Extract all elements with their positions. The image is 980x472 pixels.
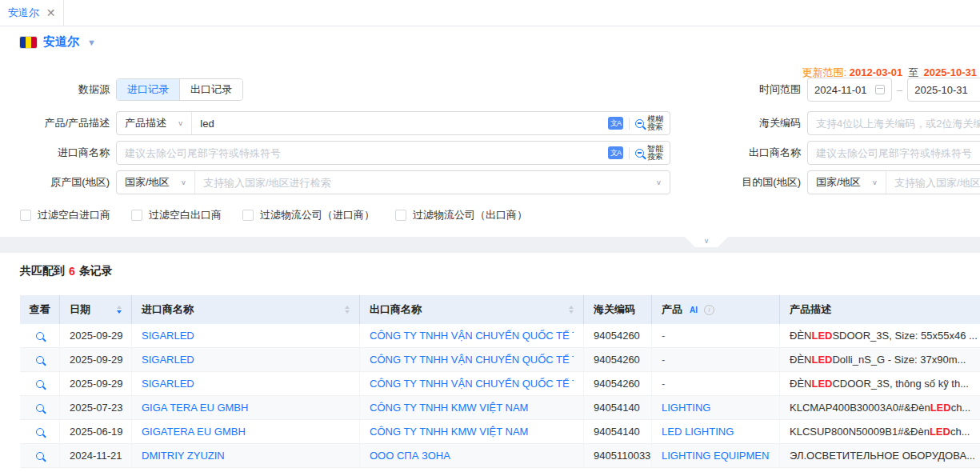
view-detail-icon[interactable] xyxy=(36,452,44,460)
importer-name-input[interactable] xyxy=(117,142,608,164)
exporter-link[interactable]: ООО СПА ЗОНА xyxy=(370,450,450,462)
filter-blank-importer[interactable]: 过滤空白进口商 xyxy=(20,208,110,222)
table-header: 查看 日期 进口商名称 出口商名称 海关编码 产品 xyxy=(20,295,980,324)
view-detail-icon[interactable] xyxy=(36,428,44,436)
row-date: 2025-09-29 xyxy=(60,372,132,395)
row-hs-code: 94054260 xyxy=(584,348,652,371)
row-description: ĐÈN LED Dolli_nS_G - Size: 37x90m... xyxy=(780,348,980,371)
hs-code-input[interactable] xyxy=(808,112,980,134)
importer-link[interactable]: GIGATERA EU GMBH xyxy=(142,426,246,438)
country-header: 安道尔 ▼ xyxy=(0,26,980,58)
translate-icon[interactable] xyxy=(608,146,623,159)
origin-country-input[interactable] xyxy=(195,171,656,194)
importer-link[interactable]: SIGARLED xyxy=(142,354,194,366)
filter-logistics-importer[interactable]: 过滤物流公司（进口商） xyxy=(242,208,374,222)
table-row: 2025-09-29 SIGARLED CÔNG TY TNHH VẬN CHU… xyxy=(20,324,980,348)
calendar-icon xyxy=(875,85,885,94)
view-detail-icon[interactable] xyxy=(36,332,44,340)
exporter-name-input[interactable] xyxy=(808,142,980,164)
update-range-end: 2025-10-31 xyxy=(924,66,978,78)
row-hs-code: 94054140 xyxy=(584,420,652,443)
ai-badge: AI xyxy=(687,305,700,315)
tab-title: 安道尔 xyxy=(8,6,39,20)
chevron-down-icon[interactable]: ▼ xyxy=(87,38,96,47)
update-range-label: 更新范围: xyxy=(802,66,847,78)
divider-strip: ∨ xyxy=(0,237,980,253)
country-title[interactable]: 安道尔 xyxy=(43,34,79,50)
destination-country-input[interactable] xyxy=(886,171,980,194)
collapse-form-handle[interactable]: ∨ xyxy=(685,237,728,247)
row-product-link[interactable]: LIGHTING xyxy=(662,402,710,414)
column-header-view: 查看 xyxy=(20,295,60,324)
view-detail-icon[interactable] xyxy=(36,380,44,388)
exporter-link[interactable]: CÔNG TY TNHH VẬN CHUYỂN QUỐC TẾ TI... xyxy=(370,354,574,366)
search-icon xyxy=(635,149,644,158)
fuzzy-search-button[interactable]: 模糊 搜索 xyxy=(635,115,670,131)
close-icon[interactable]: ✕ xyxy=(46,7,56,18)
results-panel: 共匹配到 6 条记录 查看 日期 进口商名称 出口商名称 xyxy=(0,253,980,456)
checkbox-icon[interactable] xyxy=(242,210,254,221)
product-search-input[interactable] xyxy=(192,112,608,134)
exporter-link[interactable]: CÔNG TY TNHH VẬN CHUYỂN QUỐC TẾ TI... xyxy=(370,378,574,390)
column-header-date[interactable]: 日期 xyxy=(60,295,132,324)
search-icon xyxy=(635,119,644,128)
row-product: - xyxy=(662,330,665,342)
andorra-flag-icon xyxy=(20,37,37,48)
translate-icon[interactable] xyxy=(608,117,623,130)
row-product-link[interactable]: LIGHTING EQUIPMENT xyxy=(662,450,770,462)
importer-link[interactable]: GIGA TERA EU GMBH xyxy=(142,402,248,414)
filter-blank-exporter[interactable]: 过滤空白出口商 xyxy=(131,208,222,222)
importer-link[interactable]: DMITRIY ZYUZIN xyxy=(142,450,225,462)
sort-control-date[interactable] xyxy=(110,306,122,314)
column-header-description: 产品描述 xyxy=(780,295,980,324)
checkbox-icon[interactable] xyxy=(395,210,406,221)
tab-bar: 安道尔 ✕ xyxy=(0,0,980,26)
column-header-hs-code: 海关编码 xyxy=(584,295,652,324)
table-row: 2025-06-19 GIGATERA EU GMBH CÔNG TY TNHH… xyxy=(20,420,980,444)
start-date-input[interactable]: 2024-11-01 xyxy=(807,78,892,102)
exporter-link[interactable]: CÔNG TY TNHH KMW VIỆT NAM xyxy=(370,426,528,438)
product-field-select[interactable]: 产品描述 ∨ xyxy=(117,112,192,134)
chevron-down-icon: ∨ xyxy=(178,119,183,126)
table-row: 2025-09-29 SIGARLED CÔNG TY TNHH VẬN CHU… xyxy=(20,348,980,372)
tab-import-records[interactable]: 进口记录 xyxy=(117,79,179,100)
filter-checkbox-row: 过滤空白进口商 过滤空白出口商 过滤物流公司（进口商） 过滤物流公司（出口商） xyxy=(0,208,980,222)
update-range-start: 2012-03-01 xyxy=(850,66,903,78)
end-date-input[interactable]: 2025-10-31 xyxy=(907,78,980,102)
view-detail-icon[interactable] xyxy=(36,404,44,412)
tab-andorra[interactable]: 安道尔 ✕ xyxy=(0,0,64,26)
row-date: 2025-07-23 xyxy=(60,396,132,419)
chevron-down-icon[interactable]: ∨ xyxy=(656,178,670,186)
row-date: 2024-11-21 xyxy=(60,444,132,467)
table-row: 2025-07-23 GIGA TERA EU GMBH CÔNG TY TNH… xyxy=(20,396,980,420)
origin-country-select[interactable]: 国家/地区 ∨ xyxy=(117,171,195,194)
destination-country-label: 目的国(地区) xyxy=(721,175,801,190)
hs-code-label: 海关编码 xyxy=(721,116,801,130)
info-icon[interactable] xyxy=(704,305,714,315)
column-header-importer[interactable]: 进口商名称 xyxy=(132,295,360,324)
row-description: ĐÈN LED SDOOR_3S, Size: 55x55x46 ... xyxy=(780,324,980,347)
smart-search-button[interactable]: 智能 搜索 xyxy=(635,145,670,161)
filter-logistics-exporter[interactable]: 过滤物流公司（出口商） xyxy=(395,208,527,222)
exporter-label: 出口商名称 xyxy=(721,146,801,160)
importer-link[interactable]: SIGARLED xyxy=(142,378,194,390)
column-header-exporter[interactable]: 出口商名称 xyxy=(360,295,584,324)
row-product: - xyxy=(662,378,665,390)
exporter-link[interactable]: CÔNG TY TNHH VẬN CHUYỂN QUỐC TẾ TI... xyxy=(370,330,574,342)
tab-export-records[interactable]: 出口记录 xyxy=(179,79,242,100)
exporter-link[interactable]: CÔNG TY TNHH KMW VIỆT NAM xyxy=(370,402,528,414)
importer-link[interactable]: SIGARLED xyxy=(142,330,194,342)
checkbox-icon[interactable] xyxy=(20,210,31,221)
destination-country-select[interactable]: 国家/地区 ∨ xyxy=(808,171,886,194)
view-detail-icon[interactable] xyxy=(36,356,44,364)
search-form: 更新范围: 2012-03-01 至 2025-10-31 数据源 进口记录 出… xyxy=(0,58,980,237)
sort-control-importer[interactable] xyxy=(338,306,350,314)
results-summary: 共匹配到 6 条记录 xyxy=(20,264,980,278)
checkbox-icon[interactable] xyxy=(131,210,142,221)
row-description: KLCSUP800N50009B1#&Đèn LED ch... xyxy=(780,420,980,443)
row-product-link[interactable]: LED LIGHTING xyxy=(662,426,734,438)
time-range-label: 时间范围 xyxy=(721,82,801,97)
results-count: 6 xyxy=(69,265,75,278)
chevron-down-icon: ∨ xyxy=(181,178,186,186)
sort-control-exporter[interactable] xyxy=(562,306,574,314)
